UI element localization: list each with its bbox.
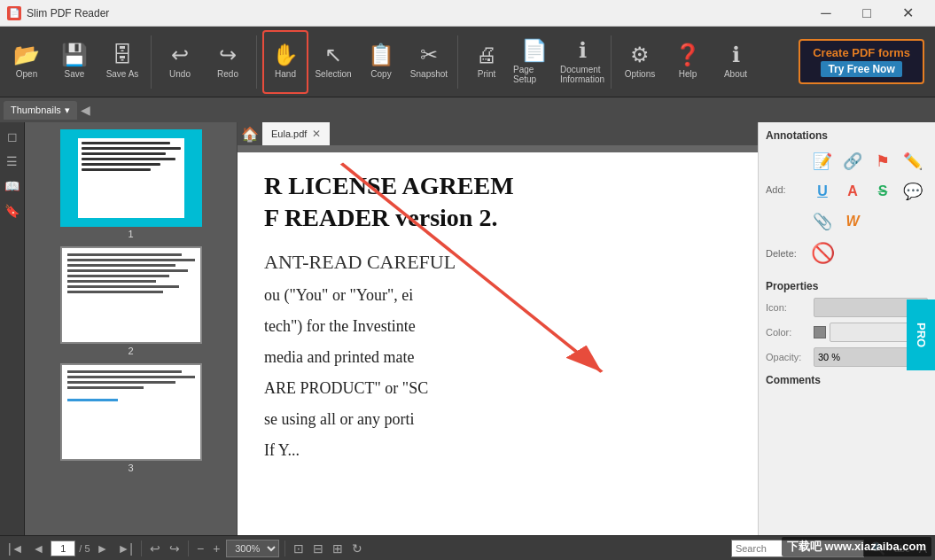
strikethrough-icon[interactable]: S: [870, 179, 895, 204]
options-button[interactable]: ⚙ Options: [617, 30, 663, 94]
document-tabbar: 🏠 Eula.pdf ✕: [238, 122, 758, 145]
annotations-title: Annotations: [766, 129, 928, 142]
close-button[interactable]: ✕: [887, 0, 928, 27]
left-icon-4[interactable]: 🔖: [2, 200, 23, 222]
zoom-out-button[interactable]: −: [194, 540, 206, 557]
thumbnail-image-1: [60, 129, 202, 227]
thumbnail-inner-1: [78, 138, 184, 218]
color-property-row: Color:: [766, 323, 928, 342]
underline-icon[interactable]: U: [810, 179, 835, 204]
watermark: 下载吧 www.xiazaiba.com: [782, 537, 931, 556]
close-tab-button[interactable]: ✕: [312, 128, 321, 140]
document-area: 🏠 Eula.pdf ✕ R LICENSE AGREEM F READER v…: [238, 122, 758, 535]
toolbar-sep-1: [151, 35, 152, 89]
comment-icon[interactable]: 💬: [900, 179, 925, 204]
about-icon: ℹ: [732, 44, 740, 66]
redo-icon: ↪: [219, 44, 237, 66]
fit-two-page-button[interactable]: ⊞: [330, 540, 346, 557]
fit-page-button[interactable]: ⊡: [291, 540, 307, 557]
selection-button[interactable]: ↖ Selection: [310, 30, 356, 94]
document-info-button[interactable]: ℹ Document Information: [559, 30, 605, 94]
current-page-input[interactable]: [51, 541, 75, 556]
left-icon-3[interactable]: 📖: [2, 175, 23, 197]
color-prop-label: Color:: [766, 327, 810, 338]
save-as-button[interactable]: 🗄 Save As: [99, 30, 145, 94]
thumbnail-image-3: [60, 363, 202, 461]
bottom-sep-2: [188, 541, 189, 556]
help-icon: ❓: [674, 44, 701, 66]
collapse-panel-button[interactable]: ◀: [81, 103, 90, 117]
document-tab[interactable]: Eula.pdf ✕: [262, 122, 330, 145]
app-icon: 📄: [7, 6, 21, 20]
thumbnail-item-2[interactable]: 2: [43, 246, 220, 356]
toolbar-sep-2: [256, 35, 257, 89]
hand-button[interactable]: ✋ Hand: [262, 30, 308, 94]
print-button[interactable]: 🖨 Print: [464, 30, 510, 94]
left-icon-1[interactable]: ◻: [2, 126, 23, 147]
pdf-line-9: If Y...: [264, 439, 731, 463]
bottom-sep-3: [284, 541, 285, 556]
minimize-button[interactable]: ─: [806, 0, 846, 27]
link-icon[interactable]: 🔗: [840, 149, 865, 174]
help-button[interactable]: ❓ Help: [665, 30, 711, 94]
home-button[interactable]: 🏠: [238, 122, 262, 145]
pdf-line-1: R LICENSE AGREEM: [264, 170, 731, 202]
page-setup-button[interactable]: 📄 Page Setup: [511, 30, 557, 94]
rotate-button[interactable]: ↻: [349, 540, 365, 557]
icon-prop-label: Icon:: [766, 302, 810, 313]
delete-label: Delete:: [766, 248, 805, 259]
pdf-line-8: se using all or any porti: [264, 408, 731, 432]
bottom-undo-button[interactable]: ↩: [147, 540, 163, 557]
left-icon-strip: ◻ ☰ 📖 🔖: [0, 122, 25, 535]
maximize-button[interactable]: □: [846, 0, 887, 27]
titlebar: 📄 Slim PDF Reader ─ □ ✕: [0, 0, 935, 27]
first-page-button[interactable]: |◄: [5, 540, 27, 557]
left-icon-2[interactable]: ☰: [2, 151, 23, 172]
sticky-note-icon[interactable]: 📝: [810, 149, 835, 174]
watermark-w-icon[interactable]: W: [840, 209, 865, 234]
undo-button[interactable]: ↩ Undo: [157, 30, 203, 94]
delete-icon[interactable]: 🚫: [810, 241, 835, 266]
properties-section: Properties Icon: ▾ Color: Opacity: 30 %: [766, 280, 928, 367]
thumbnail-page-num-1: 1: [43, 229, 220, 239]
open-icon: 📂: [13, 44, 40, 66]
document-info-icon: ℹ: [579, 40, 587, 61]
bottom-sep-1: [141, 541, 142, 556]
thumbnail-sidebar: 1 2: [25, 122, 238, 535]
fit-width-button[interactable]: ⊟: [310, 540, 326, 557]
thumbnail-item-3[interactable]: 3: [43, 363, 220, 473]
main-area: ◻ ☰ 📖 🔖 1: [0, 122, 935, 535]
thumbnail-image-2: [60, 246, 202, 344]
stamp-icon[interactable]: ⚑: [870, 149, 895, 174]
titlebar-title: Slim PDF Reader: [27, 7, 800, 19]
snapshot-button[interactable]: ✂ Snapshot: [406, 30, 452, 94]
last-page-button[interactable]: ►|: [114, 540, 136, 557]
add-label: Add:: [766, 184, 805, 195]
redo-button[interactable]: ↪ Redo: [205, 30, 251, 94]
about-button[interactable]: ℹ About: [713, 30, 759, 94]
pdf-line-2: F READER version 2.: [264, 202, 731, 234]
annotations-section: Annotations Add: 📝 🔗 ⚑ ✏️ U A: [766, 129, 928, 266]
page-setup-icon: 📄: [521, 40, 548, 61]
annotations-icons-grid: 📝 🔗 ⚑ ✏️ U A S 💬 📎: [810, 149, 925, 234]
open-button[interactable]: 📂 Open: [4, 30, 50, 94]
bottom-redo-button[interactable]: ↪: [167, 540, 183, 557]
add-annotations-row: Add: 📝 🔗 ⚑ ✏️ U A S �: [766, 145, 928, 234]
delete-annotations-row: Delete: 🚫: [766, 241, 928, 266]
opacity-prop-label: Opacity:: [766, 352, 810, 362]
prev-page-button[interactable]: ◄: [30, 540, 48, 557]
next-page-button[interactable]: ►: [94, 540, 112, 557]
zoom-in-button[interactable]: +: [210, 540, 222, 557]
create-pdf-button[interactable]: Create PDF forms Try Free Now: [799, 39, 924, 84]
color-swatch[interactable]: [814, 326, 826, 338]
attachment-icon[interactable]: 📎: [810, 209, 835, 234]
copy-button[interactable]: 📋 Copy: [358, 30, 404, 94]
thumbnail-item-1[interactable]: 1: [43, 129, 220, 239]
highlight-icon[interactable]: ✏️: [900, 149, 925, 174]
thumbnails-tab[interactable]: Thumbnails ▾: [4, 101, 77, 120]
text-color-icon[interactable]: A: [840, 179, 865, 204]
pro-badge[interactable]: PRO: [907, 299, 935, 370]
save-as-icon: 🗄: [112, 44, 133, 66]
zoom-select[interactable]: 300% 200% 150% 100% 75% 50%: [226, 540, 279, 557]
save-button[interactable]: 💾 Save: [51, 30, 97, 94]
